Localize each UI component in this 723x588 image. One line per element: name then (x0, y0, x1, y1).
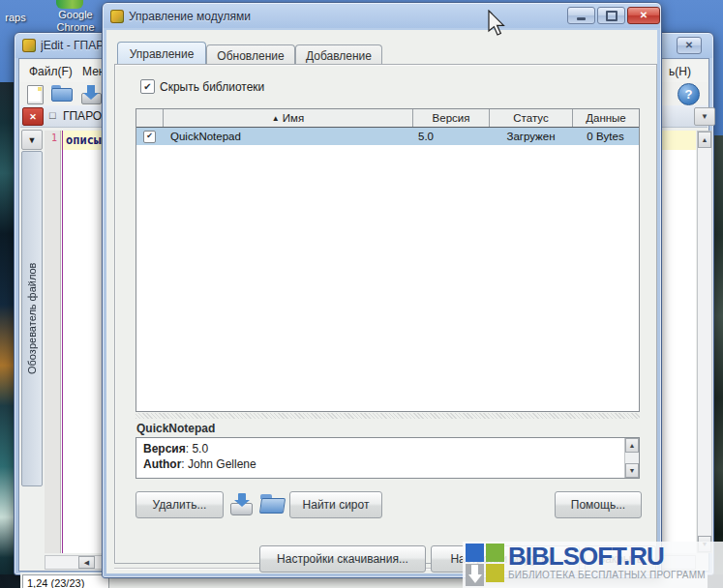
close-icon: ✕ (29, 112, 37, 122)
wallpaper-left-strip (0, 82, 15, 588)
column-checkbox[interactable] (136, 109, 164, 127)
split-divider[interactable] (136, 413, 640, 419)
help-icon[interactable]: ? (678, 83, 700, 105)
desktop-icon-fraps[interactable]: raps (0, 12, 31, 23)
dock-label: Обозреватель файлов (26, 263, 38, 374)
jedit-icon (110, 10, 124, 23)
column-data[interactable]: Данные (573, 109, 639, 127)
close-dock-button[interactable]: ✕ (22, 107, 44, 126)
open-folder-icon[interactable] (51, 85, 73, 103)
column-label: Версия (433, 112, 470, 124)
install-plugin-icon[interactable] (229, 493, 255, 515)
button-label: Настройки скачивания... (277, 552, 408, 566)
chrome-icon[interactable] (56, 0, 83, 9)
detail-line: Author: John Gellene (143, 456, 619, 472)
button-label: Найти сирот (303, 498, 370, 512)
detail-label: Author (143, 457, 181, 471)
watermark-tagline: БИБЛИОТЕКА БЕСПЛАТНЫХ ПРОГРАММ (508, 570, 706, 580)
close-icon: ✕ (640, 11, 648, 20)
dialog-title: Управление модулями (129, 10, 251, 23)
tab-install[interactable]: Добавление (295, 44, 382, 66)
column-version[interactable]: Версия (413, 109, 490, 127)
arrow-down-icon: ▼ (629, 467, 636, 474)
dock-collapse-button[interactable]: ▼ (21, 130, 43, 150)
cell-version: 5.0 (413, 128, 490, 145)
scroll-up-button[interactable]: ▲ (698, 132, 711, 148)
chevron-down-icon: ▼ (701, 112, 708, 121)
caret-position: 1,24 (23/23) (27, 577, 84, 588)
jedit-icon (22, 39, 36, 52)
bibsoft-logo-icon (466, 544, 504, 586)
arrow-left-icon: ◀ (84, 559, 89, 567)
hide-libraries-checkbox[interactable]: ✔ (140, 79, 155, 94)
maximize-icon (606, 11, 618, 21)
jedit-close-button[interactable]: ✕ (677, 37, 702, 54)
column-label: Данные (586, 112, 626, 124)
file-browser-dock-button[interactable]: Обозреватель файлов (21, 151, 43, 486)
buffer-switcher-dropdown[interactable]: ▼ (694, 107, 715, 126)
dialog-client-area: Управление Обновление Добавление ✔ Скрыт… (106, 30, 657, 573)
mouse-cursor (488, 10, 509, 39)
editor-gutter: 1 (45, 131, 61, 553)
download-options-button[interactable]: Настройки скачивания... (259, 545, 426, 573)
plugin-name: QuickNotepad (170, 131, 241, 142)
detail-line: Версия: 5.0 (143, 441, 619, 456)
check-icon: ✔ (143, 82, 151, 92)
cell-status: Загружен (490, 128, 573, 145)
maximize-button[interactable] (597, 7, 625, 24)
tab-label: Управление (130, 47, 195, 61)
column-status[interactable]: Статус (490, 109, 573, 127)
details-scrollbar[interactable]: ▲ ▼ (624, 438, 639, 478)
button-label: Помощь... (571, 498, 625, 512)
row-checkbox-cell: ✔ (136, 128, 164, 145)
menu-help-fragment[interactable]: ь(H) (669, 65, 691, 78)
detail-value: : 5.0 (186, 442, 208, 456)
help-button[interactable]: Помощь... (555, 491, 642, 518)
tab-label: Добавление (306, 49, 372, 63)
chevron-down-icon: ▼ (28, 135, 37, 145)
desktop-icon-google-chrome[interactable]: Google Chrome (43, 9, 108, 34)
caret-position-field: 1,24 (23/23) (22, 574, 109, 588)
tab-update[interactable]: Обновление (206, 44, 295, 66)
hide-libraries-label: Скрыть библиотеки (160, 80, 264, 94)
detail-label: Версия (143, 442, 186, 456)
plugin-status: Загружен (506, 131, 555, 142)
tab-manage[interactable]: Управление (117, 42, 206, 66)
table-row[interactable]: ✔ QuickNotepad 5.0 Загружен (136, 128, 639, 145)
scroll-up-button[interactable]: ▲ (625, 438, 639, 453)
download-arrow-icon (471, 565, 478, 574)
cell-name: QuickNotepad (164, 128, 413, 145)
save-icon[interactable] (80, 85, 104, 104)
plugin-version: 5.0 (418, 131, 434, 142)
screen: raps Google Chrome jEdit - ГПАРО ✕ Файл(… (0, 0, 723, 588)
check-icon: ✔ (146, 132, 153, 141)
plugin-size: 0 Bytes (587, 131, 623, 142)
dialog-close-button[interactable]: ✕ (627, 7, 660, 24)
plugin-table: ▲ Имя Версия Статус Данные (136, 108, 640, 412)
plugin-enabled-checkbox[interactable]: ✔ (143, 131, 156, 143)
find-orphans-button[interactable]: Найти сирот (289, 491, 382, 518)
column-name[interactable]: ▲ Имя (164, 109, 413, 127)
new-file-icon[interactable] (27, 85, 44, 104)
menu-file[interactable]: Файл(F) (29, 65, 73, 78)
close-icon: ✕ (685, 41, 693, 50)
manage-tab-panel: ✔ Скрыть библиотеки ▲ Имя Версия (114, 64, 657, 564)
question-glyph: ? (685, 87, 693, 102)
column-label: Статус (513, 112, 548, 124)
watermark-brand: BIBLSOFT.RU (508, 544, 706, 570)
cell-data: 0 Bytes (573, 128, 639, 145)
table-header-row: ▲ Имя Версия Статус Данные (136, 109, 639, 128)
editor-vscrollbar[interactable]: ▲ ▼ (697, 131, 712, 553)
button-label: Удалить... (153, 498, 207, 512)
bibsoft-watermark: BIBLSOFT.RU БИБЛИОТЕКА БЕСПЛАТНЫХ ПРОГРА… (463, 542, 723, 588)
scroll-down-button[interactable]: ▼ (625, 463, 639, 478)
scroll-left-button[interactable]: ◀ (78, 556, 95, 569)
open-folder-icon[interactable] (260, 493, 286, 514)
minimize-button[interactable] (567, 7, 595, 24)
detail-value: : John Gellene (181, 457, 256, 471)
remove-button[interactable]: Удалить... (136, 491, 224, 518)
minimize-icon (577, 17, 586, 20)
selected-plugin-name: QuickNotepad (136, 422, 215, 435)
line-number: 1 (51, 132, 57, 143)
plugin-details-box: Версия: 5.0 Author: John Gellene ▲ ▼ (136, 437, 640, 479)
